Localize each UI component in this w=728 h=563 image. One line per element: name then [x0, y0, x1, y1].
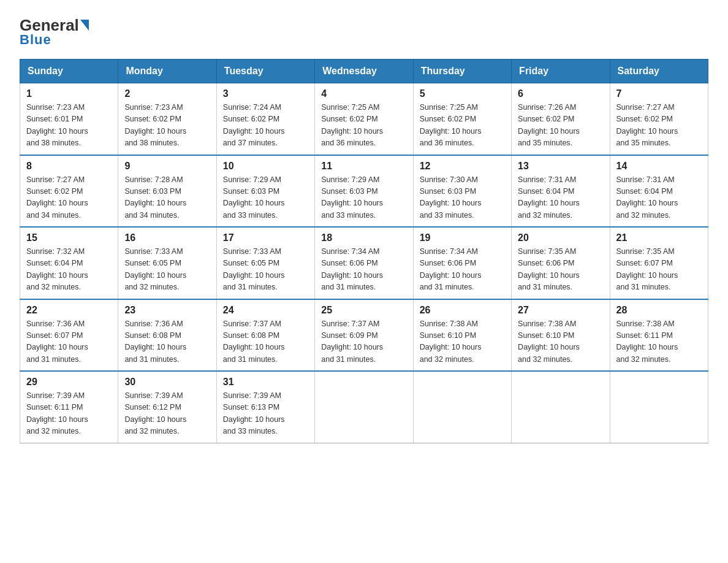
calendar-cell: 8 Sunrise: 7:27 AMSunset: 6:02 PMDayligh… — [20, 155, 118, 228]
day-info: Sunrise: 7:31 AMSunset: 6:04 PMDaylight:… — [616, 175, 678, 220]
day-number: 27 — [518, 305, 603, 316]
calendar-cell: 5 Sunrise: 7:25 AMSunset: 6:02 PMDayligh… — [413, 83, 511, 155]
day-info: Sunrise: 7:34 AMSunset: 6:06 PMDaylight:… — [321, 247, 383, 291]
day-info: Sunrise: 7:38 AMSunset: 6:10 PMDaylight:… — [518, 320, 580, 364]
day-number: 17 — [223, 232, 308, 243]
calendar-cell: 12 Sunrise: 7:30 AMSunset: 6:03 PMDaylig… — [413, 155, 511, 228]
col-sunday: Sunday — [20, 59, 118, 83]
day-number: 31 — [223, 377, 308, 388]
day-info: Sunrise: 7:36 AMSunset: 6:08 PMDaylight:… — [124, 320, 186, 364]
day-info: Sunrise: 7:37 AMSunset: 6:08 PMDaylight:… — [223, 320, 285, 364]
calendar-cell: 16 Sunrise: 7:33 AMSunset: 6:05 PMDaylig… — [118, 227, 216, 299]
day-info: Sunrise: 7:39 AMSunset: 6:13 PMDaylight:… — [223, 391, 285, 435]
day-info: Sunrise: 7:25 AMSunset: 6:02 PMDaylight:… — [321, 103, 383, 147]
day-number: 15 — [26, 232, 112, 243]
calendar-cell — [315, 371, 413, 443]
logo-arrow-icon — [80, 20, 89, 31]
day-info: Sunrise: 7:23 AMSunset: 6:02 PMDaylight:… — [124, 103, 186, 147]
calendar-cell: 28 Sunrise: 7:38 AMSunset: 6:11 PMDaylig… — [610, 299, 708, 372]
day-number: 10 — [223, 161, 308, 172]
calendar-cell: 25 Sunrise: 7:37 AMSunset: 6:09 PMDaylig… — [315, 299, 413, 372]
day-number: 13 — [518, 161, 603, 172]
calendar-cell — [512, 371, 610, 443]
day-number: 9 — [124, 161, 210, 172]
calendar-cell: 1 Sunrise: 7:23 AMSunset: 6:01 PMDayligh… — [20, 83, 118, 155]
day-number: 28 — [616, 305, 702, 316]
day-info: Sunrise: 7:39 AMSunset: 6:12 PMDaylight:… — [124, 391, 186, 435]
calendar-week-row: 8 Sunrise: 7:27 AMSunset: 6:02 PMDayligh… — [20, 155, 708, 228]
col-tuesday: Tuesday — [216, 59, 314, 83]
day-info: Sunrise: 7:28 AMSunset: 6:03 PMDaylight:… — [124, 175, 186, 220]
day-number: 7 — [616, 88, 702, 99]
calendar-cell: 19 Sunrise: 7:34 AMSunset: 6:06 PMDaylig… — [413, 227, 511, 299]
col-friday: Friday — [512, 59, 610, 83]
calendar-cell — [413, 371, 511, 443]
day-info: Sunrise: 7:27 AMSunset: 6:02 PMDaylight:… — [26, 175, 88, 220]
day-number: 16 — [124, 232, 210, 243]
day-info: Sunrise: 7:24 AMSunset: 6:02 PMDaylight:… — [223, 103, 285, 147]
day-info: Sunrise: 7:30 AMSunset: 6:03 PMDaylight:… — [420, 175, 482, 220]
page-header: General Blue — [20, 15, 708, 48]
logo-text-general: General — [20, 17, 79, 33]
day-info: Sunrise: 7:25 AMSunset: 6:02 PMDaylight:… — [420, 103, 482, 147]
day-info: Sunrise: 7:27 AMSunset: 6:02 PMDaylight:… — [616, 103, 678, 147]
calendar-cell: 20 Sunrise: 7:35 AMSunset: 6:06 PMDaylig… — [512, 227, 610, 299]
day-info: Sunrise: 7:38 AMSunset: 6:11 PMDaylight:… — [616, 320, 678, 364]
day-number: 6 — [518, 88, 603, 99]
day-info: Sunrise: 7:37 AMSunset: 6:09 PMDaylight:… — [321, 320, 383, 364]
calendar-cell: 18 Sunrise: 7:34 AMSunset: 6:06 PMDaylig… — [315, 227, 413, 299]
day-info: Sunrise: 7:33 AMSunset: 6:05 PMDaylight:… — [124, 247, 186, 291]
calendar-cell: 3 Sunrise: 7:24 AMSunset: 6:02 PMDayligh… — [216, 83, 314, 155]
calendar-cell: 9 Sunrise: 7:28 AMSunset: 6:03 PMDayligh… — [118, 155, 216, 228]
day-number: 26 — [420, 305, 505, 316]
calendar-week-row: 29 Sunrise: 7:39 AMSunset: 6:11 PMDaylig… — [20, 371, 708, 443]
calendar-week-row: 22 Sunrise: 7:36 AMSunset: 6:07 PMDaylig… — [20, 299, 708, 372]
calendar-cell: 15 Sunrise: 7:32 AMSunset: 6:04 PMDaylig… — [20, 227, 118, 299]
day-number: 18 — [321, 232, 406, 243]
day-number: 21 — [616, 232, 702, 243]
day-number: 19 — [420, 232, 505, 243]
day-number: 12 — [420, 161, 505, 172]
day-info: Sunrise: 7:26 AMSunset: 6:02 PMDaylight:… — [518, 103, 580, 147]
day-number: 23 — [124, 305, 210, 316]
calendar-cell: 31 Sunrise: 7:39 AMSunset: 6:13 PMDaylig… — [216, 371, 314, 443]
logo: General Blue — [20, 15, 89, 48]
calendar-cell: 29 Sunrise: 7:39 AMSunset: 6:11 PMDaylig… — [20, 371, 118, 443]
day-info: Sunrise: 7:34 AMSunset: 6:06 PMDaylight:… — [420, 247, 482, 291]
day-info: Sunrise: 7:33 AMSunset: 6:05 PMDaylight:… — [223, 247, 285, 291]
day-info: Sunrise: 7:35 AMSunset: 6:06 PMDaylight:… — [518, 247, 580, 291]
calendar-cell: 14 Sunrise: 7:31 AMSunset: 6:04 PMDaylig… — [610, 155, 708, 228]
calendar-header-row: Sunday Monday Tuesday Wednesday Thursday… — [20, 59, 708, 83]
day-number: 29 — [26, 377, 112, 388]
calendar-cell: 11 Sunrise: 7:29 AMSunset: 6:03 PMDaylig… — [315, 155, 413, 228]
calendar-cell: 21 Sunrise: 7:35 AMSunset: 6:07 PMDaylig… — [610, 227, 708, 299]
day-number: 20 — [518, 232, 603, 243]
calendar-cell: 2 Sunrise: 7:23 AMSunset: 6:02 PMDayligh… — [118, 83, 216, 155]
day-info: Sunrise: 7:32 AMSunset: 6:04 PMDaylight:… — [26, 247, 88, 291]
day-info: Sunrise: 7:29 AMSunset: 6:03 PMDaylight:… — [223, 175, 285, 220]
logo-text-blue: Blue — [20, 32, 51, 48]
day-info: Sunrise: 7:35 AMSunset: 6:07 PMDaylight:… — [616, 247, 678, 291]
calendar-cell: 23 Sunrise: 7:36 AMSunset: 6:08 PMDaylig… — [118, 299, 216, 372]
col-monday: Monday — [118, 59, 216, 83]
day-info: Sunrise: 7:31 AMSunset: 6:04 PMDaylight:… — [518, 175, 580, 220]
day-number: 11 — [321, 161, 406, 172]
calendar-cell: 10 Sunrise: 7:29 AMSunset: 6:03 PMDaylig… — [216, 155, 314, 228]
calendar-week-row: 1 Sunrise: 7:23 AMSunset: 6:01 PMDayligh… — [20, 83, 708, 155]
calendar-cell — [610, 371, 708, 443]
calendar-cell: 4 Sunrise: 7:25 AMSunset: 6:02 PMDayligh… — [315, 83, 413, 155]
day-info: Sunrise: 7:38 AMSunset: 6:10 PMDaylight:… — [420, 320, 482, 364]
day-number: 5 — [420, 88, 505, 99]
col-wednesday: Wednesday — [315, 59, 413, 83]
calendar-cell: 7 Sunrise: 7:27 AMSunset: 6:02 PMDayligh… — [610, 83, 708, 155]
calendar-cell: 6 Sunrise: 7:26 AMSunset: 6:02 PMDayligh… — [512, 83, 610, 155]
day-info: Sunrise: 7:39 AMSunset: 6:11 PMDaylight:… — [26, 391, 88, 435]
calendar-cell: 17 Sunrise: 7:33 AMSunset: 6:05 PMDaylig… — [216, 227, 314, 299]
calendar-cell: 22 Sunrise: 7:36 AMSunset: 6:07 PMDaylig… — [20, 299, 118, 372]
day-info: Sunrise: 7:36 AMSunset: 6:07 PMDaylight:… — [26, 320, 88, 364]
calendar-cell: 30 Sunrise: 7:39 AMSunset: 6:12 PMDaylig… — [118, 371, 216, 443]
day-number: 2 — [124, 88, 210, 99]
day-number: 22 — [26, 305, 112, 316]
day-number: 25 — [321, 305, 406, 316]
day-info: Sunrise: 7:23 AMSunset: 6:01 PMDaylight:… — [26, 103, 88, 147]
